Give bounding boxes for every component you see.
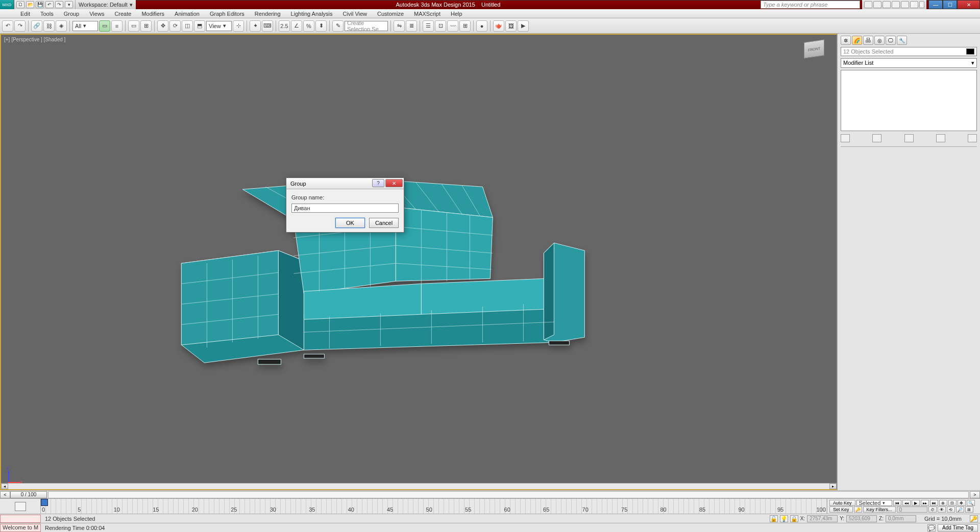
setkey-button[interactable]: Set Key (829, 506, 853, 513)
percent-snap-icon[interactable]: % (303, 20, 314, 32)
key-toggle-icon[interactable]: 🔑 (970, 515, 978, 522)
key-icon[interactable]: 🔑 (854, 506, 862, 513)
menu-create[interactable]: Create (109, 9, 136, 18)
cancel-button[interactable]: Cancel (369, 218, 399, 228)
autokey-button[interactable]: Auto Key (829, 500, 855, 506)
nav-2-icon[interactable]: ⊡ (948, 500, 957, 506)
pin-stack-icon[interactable] (841, 134, 850, 142)
layer-explorer-icon[interactable]: ⊡ (435, 20, 446, 32)
menu-maxscript[interactable]: MAXScript (409, 9, 446, 18)
menu-edit[interactable]: Edit (15, 9, 35, 18)
menu-modifiers[interactable]: Modifiers (136, 9, 169, 18)
viewcube-face[interactable]: FRONT (804, 39, 824, 59)
manipulate-icon[interactable]: ✦ (250, 20, 261, 32)
current-frame-marker[interactable] (41, 499, 48, 506)
move-icon[interactable]: ✥ (157, 20, 168, 32)
z-coord[interactable]: 0,0mm (886, 515, 916, 522)
selection-lock-icon[interactable]: 🔒 (790, 515, 798, 522)
menu-customize[interactable]: Customize (372, 9, 409, 18)
pivot-icon[interactable]: ⊹ (233, 20, 244, 32)
mini-curve-editor-icon[interactable] (0, 499, 41, 514)
viewport-label[interactable]: [+] [Perspective ] [Shaded ] (4, 37, 65, 42)
render-setup-icon[interactable]: 🫖 (493, 20, 504, 32)
menu-civilview[interactable]: Civil View (338, 9, 372, 18)
angle-snap-icon[interactable]: ∠ (291, 20, 302, 32)
nav-5-icon[interactable]: 👁 (938, 506, 946, 513)
menu-animation[interactable]: Animation (169, 9, 205, 18)
menu-views[interactable]: Views (84, 9, 109, 18)
undo-tb-icon[interactable]: ↶ (2, 20, 13, 32)
configure-sets-icon[interactable] (968, 134, 977, 142)
rect-region-icon[interactable]: ▭ (128, 20, 139, 32)
object-color-swatch[interactable] (966, 48, 974, 55)
unique-icon[interactable] (904, 134, 914, 142)
next-frame-icon[interactable]: ▸▸ (921, 500, 929, 506)
bind-icon[interactable]: ◈ (56, 20, 67, 32)
viewport[interactable]: [+] [Perspective ] [Shaded ] FRONT (0, 34, 837, 490)
scroll-right-icon[interactable]: ▸ (829, 484, 837, 489)
nav-3-icon[interactable]: ✥ (958, 500, 966, 506)
undo-icon[interactable]: ↶ (45, 1, 54, 8)
close-button[interactable]: ✕ (957, 0, 980, 9)
link-icon[interactable]: 🔗 (31, 20, 42, 32)
lock-icon[interactable]: 🔓 (770, 515, 778, 522)
keyfilters-button[interactable]: Key Filters... (863, 506, 896, 513)
binoculars-icon[interactable] (864, 1, 872, 8)
placement-icon[interactable]: ⬒ (194, 20, 205, 32)
menu-grapheditors[interactable]: Graph Editors (205, 9, 250, 18)
window-crossing-icon[interactable]: ⊞ (140, 20, 152, 32)
material-icon[interactable]: ● (476, 20, 487, 32)
keymode-selector[interactable]: Selected▾ (856, 500, 892, 506)
modify-tab-icon[interactable]: 🌈 (852, 36, 862, 45)
frame-input[interactable]: 0 (897, 506, 927, 513)
nav-8-icon[interactable]: ⊞ (965, 506, 973, 513)
menu-group[interactable]: Group (59, 9, 85, 18)
named-selset[interactable]: Create Selection Se (345, 21, 388, 31)
select-name-icon[interactable]: ≡ (111, 20, 122, 32)
layers-icon[interactable]: ☰ (423, 20, 434, 32)
ref-coord[interactable]: View▾ (206, 21, 232, 31)
save-icon[interactable]: 💾 (36, 1, 44, 8)
selection-filter[interactable]: All▾ (72, 21, 98, 31)
workspace-selector[interactable]: Workspace: Default ▾ (75, 0, 136, 9)
trackbar-ruler[interactable]: 0510152025303540455055606570758085909510… (41, 499, 827, 514)
script-output[interactable]: Welcome to M (0, 524, 41, 532)
dialog-close-button[interactable]: ✕ (385, 179, 403, 187)
object-name-field[interactable]: 12 Objects Selected (841, 47, 977, 56)
keyboard-icon[interactable]: ⌨ (262, 20, 273, 32)
motion-tab-icon[interactable]: ◎ (874, 36, 885, 45)
scale-icon[interactable]: ◫ (182, 20, 193, 32)
remove-mod-icon[interactable] (936, 134, 945, 142)
maximize-button[interactable]: ☐ (943, 0, 957, 9)
nav-1-icon[interactable]: ⊕ (939, 500, 947, 506)
edit-selset-icon[interactable]: ✎ (332, 20, 344, 32)
select-object-icon[interactable]: ▭ (99, 20, 110, 32)
add-time-tag-button[interactable]: Add Time Tag (938, 524, 978, 531)
time-track[interactable] (48, 491, 969, 498)
mirror-icon[interactable]: ⇋ (394, 20, 405, 32)
new-icon[interactable]: 🗋 (16, 1, 24, 8)
dialog-titlebar[interactable]: Group ? ✕ (286, 178, 404, 189)
next-key-icon[interactable]: > (970, 491, 980, 498)
nav-6-icon[interactable]: ⟲ (947, 506, 955, 513)
time-config-icon[interactable]: ⏱ (928, 506, 937, 513)
key-icon[interactable] (873, 1, 881, 8)
x-coord[interactable]: 2757,43m (807, 515, 838, 522)
redo-tb-icon[interactable]: ↷ (14, 20, 26, 32)
viewport-hscroll[interactable]: ◂ ▸ (1, 483, 837, 489)
goto-end-icon[interactable]: ⏭ (930, 500, 938, 506)
play-icon[interactable]: ▶ (912, 500, 920, 506)
show-end-icon[interactable] (872, 134, 881, 142)
group-name-input[interactable] (291, 204, 399, 213)
goto-start-icon[interactable]: ⏮ (893, 500, 901, 506)
y-coord[interactable]: 5203,609 (846, 515, 877, 522)
menu-help[interactable]: Help (446, 9, 468, 18)
exchange-icon[interactable] (901, 1, 909, 8)
frame-handle[interactable]: 0 / 100 (10, 491, 47, 498)
align-icon[interactable]: ≣ (406, 20, 417, 32)
scroll-left-icon[interactable]: ◂ (1, 484, 8, 489)
favorites-icon[interactable] (892, 1, 900, 8)
menu-lighting[interactable]: Lighting Analysis (286, 9, 338, 18)
render-prod-icon[interactable]: ▶ (518, 20, 529, 32)
hierarchy-tab-icon[interactable]: 品 (863, 36, 873, 45)
